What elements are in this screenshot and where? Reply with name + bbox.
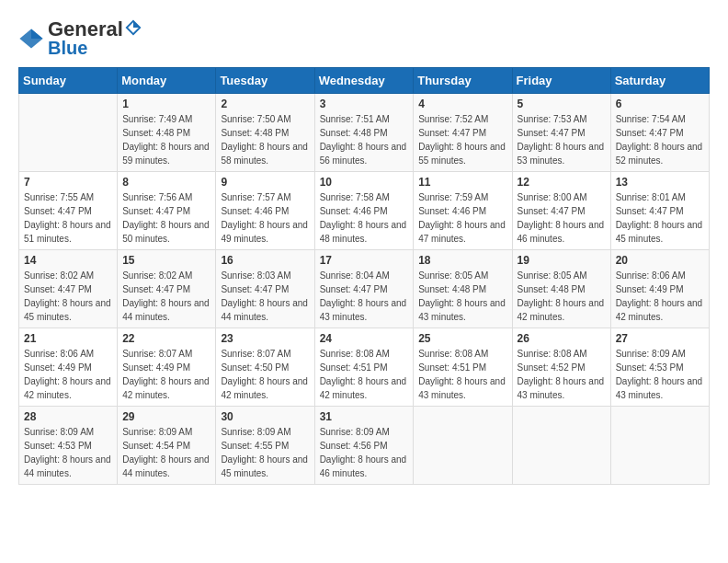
calendar-cell: [512, 407, 610, 485]
day-number: 1: [122, 98, 210, 110]
svg-marker-1: [31, 29, 43, 39]
day-number: 18: [418, 254, 506, 267]
day-info: Sunrise: 8:07 AMSunset: 4:50 PMDaylight:…: [221, 347, 309, 402]
calendar-cell: 20Sunrise: 8:06 AMSunset: 4:49 PMDayligh…: [610, 250, 709, 328]
calendar-cell: 3Sunrise: 7:51 AMSunset: 4:48 PMDaylight…: [314, 94, 414, 172]
calendar-table: SundayMondayTuesdayWednesdayThursdayFrid…: [18, 67, 710, 485]
day-info: Sunrise: 8:08 AMSunset: 4:51 PMDaylight:…: [320, 347, 409, 402]
day-number: 27: [616, 332, 704, 345]
day-info: Sunrise: 7:59 AMSunset: 4:46 PMDaylight:…: [418, 190, 506, 246]
day-info: Sunrise: 7:49 AMSunset: 4:48 PMDaylight:…: [122, 112, 210, 167]
calendar-cell: 23Sunrise: 8:07 AMSunset: 4:50 PMDayligh…: [216, 328, 314, 407]
day-info: Sunrise: 8:08 AMSunset: 4:51 PMDaylight:…: [418, 347, 506, 402]
day-info: Sunrise: 8:02 AMSunset: 4:47 PMDaylight:…: [122, 269, 210, 324]
day-number: 29: [122, 410, 210, 423]
day-number: 23: [221, 332, 309, 345]
day-number: 7: [24, 176, 112, 189]
calendar-cell: 15Sunrise: 8:02 AMSunset: 4:47 PMDayligh…: [118, 250, 216, 328]
calendar-cell: 16Sunrise: 8:03 AMSunset: 4:47 PMDayligh…: [216, 250, 314, 328]
day-number: 9: [221, 176, 309, 189]
day-number: 8: [122, 176, 210, 189]
calendar-cell: 8Sunrise: 7:56 AMSunset: 4:47 PMDaylight…: [118, 172, 216, 250]
day-number: 12: [518, 176, 606, 189]
weekday-header-row: SundayMondayTuesdayWednesdayThursdayFrid…: [19, 68, 710, 94]
weekday-header: Wednesday: [314, 68, 414, 94]
calendar-cell: 26Sunrise: 8:08 AMSunset: 4:52 PMDayligh…: [512, 328, 610, 407]
weekday-header: Friday: [512, 68, 610, 94]
calendar-cell: 19Sunrise: 8:05 AMSunset: 4:48 PMDayligh…: [512, 250, 610, 328]
calendar-week-row: 7Sunrise: 7:55 AMSunset: 4:47 PMDaylight…: [19, 172, 710, 250]
day-number: 10: [320, 176, 409, 189]
calendar-cell: 10Sunrise: 7:58 AMSunset: 4:46 PMDayligh…: [314, 172, 414, 250]
day-info: Sunrise: 8:04 AMSunset: 4:47 PMDaylight:…: [320, 269, 409, 324]
day-info: Sunrise: 8:03 AMSunset: 4:47 PMDaylight:…: [221, 269, 309, 324]
day-number: 28: [24, 410, 112, 423]
day-number: 31: [320, 410, 409, 423]
calendar-cell: 14Sunrise: 8:02 AMSunset: 4:47 PMDayligh…: [19, 250, 118, 328]
calendar-cell: 1Sunrise: 7:49 AMSunset: 4:48 PMDaylight…: [118, 94, 216, 172]
day-number: 30: [221, 410, 309, 423]
day-number: 5: [518, 98, 606, 110]
day-number: 16: [221, 254, 309, 267]
logo: General Blue: [18, 18, 142, 58]
day-number: 17: [320, 254, 409, 267]
calendar-cell: 27Sunrise: 8:09 AMSunset: 4:53 PMDayligh…: [610, 328, 709, 407]
day-number: 4: [418, 98, 506, 110]
calendar-cell: 17Sunrise: 8:04 AMSunset: 4:47 PMDayligh…: [314, 250, 414, 328]
calendar-cell: 21Sunrise: 8:06 AMSunset: 4:49 PMDayligh…: [19, 328, 118, 407]
calendar-cell: 31Sunrise: 8:09 AMSunset: 4:56 PMDayligh…: [314, 407, 414, 485]
calendar-week-row: 28Sunrise: 8:09 AMSunset: 4:53 PMDayligh…: [19, 407, 710, 485]
calendar-cell: [19, 94, 118, 172]
day-info: Sunrise: 8:01 AMSunset: 4:47 PMDaylight:…: [616, 190, 704, 246]
day-info: Sunrise: 7:52 AMSunset: 4:47 PMDaylight:…: [418, 112, 506, 167]
calendar-cell: 28Sunrise: 8:09 AMSunset: 4:53 PMDayligh…: [19, 407, 118, 485]
day-info: Sunrise: 7:53 AMSunset: 4:47 PMDaylight:…: [518, 112, 606, 167]
day-number: 21: [24, 332, 112, 345]
calendar-cell: 24Sunrise: 8:08 AMSunset: 4:51 PMDayligh…: [314, 328, 414, 407]
day-info: Sunrise: 7:51 AMSunset: 4:48 PMDaylight:…: [320, 112, 409, 167]
day-number: 25: [418, 332, 506, 345]
day-info: Sunrise: 8:09 AMSunset: 4:55 PMDaylight:…: [221, 425, 309, 480]
day-info: Sunrise: 7:56 AMSunset: 4:47 PMDaylight:…: [122, 190, 210, 246]
day-info: Sunrise: 7:50 AMSunset: 4:48 PMDaylight:…: [221, 112, 309, 167]
day-number: 11: [418, 176, 506, 189]
day-info: Sunrise: 8:08 AMSunset: 4:52 PMDaylight:…: [518, 347, 606, 402]
calendar-cell: [610, 407, 709, 485]
calendar-cell: 2Sunrise: 7:50 AMSunset: 4:48 PMDaylight…: [216, 94, 314, 172]
weekday-header: Thursday: [414, 68, 512, 94]
day-info: Sunrise: 8:05 AMSunset: 4:48 PMDaylight:…: [518, 269, 606, 324]
day-info: Sunrise: 8:06 AMSunset: 4:49 PMDaylight:…: [616, 269, 704, 324]
day-info: Sunrise: 7:57 AMSunset: 4:46 PMDaylight:…: [221, 190, 309, 246]
day-number: 2: [221, 98, 309, 110]
day-info: Sunrise: 8:06 AMSunset: 4:49 PMDaylight:…: [24, 347, 112, 402]
logo-text: General Blue: [48, 18, 142, 58]
day-info: Sunrise: 8:00 AMSunset: 4:47 PMDaylight:…: [518, 190, 606, 246]
calendar-cell: 5Sunrise: 7:53 AMSunset: 4:47 PMDaylight…: [512, 94, 610, 172]
calendar-cell: 11Sunrise: 7:59 AMSunset: 4:46 PMDayligh…: [414, 172, 512, 250]
day-info: Sunrise: 8:09 AMSunset: 4:56 PMDaylight:…: [320, 425, 409, 480]
calendar-cell: 29Sunrise: 8:09 AMSunset: 4:54 PMDayligh…: [118, 407, 216, 485]
day-number: 3: [320, 98, 409, 110]
weekday-header: Saturday: [610, 68, 709, 94]
calendar-cell: 6Sunrise: 7:54 AMSunset: 4:47 PMDaylight…: [610, 94, 709, 172]
day-number: 26: [518, 332, 606, 345]
day-number: 6: [616, 98, 704, 110]
calendar-cell: 13Sunrise: 8:01 AMSunset: 4:47 PMDayligh…: [610, 172, 709, 250]
page-header: General Blue: [18, 18, 710, 58]
weekday-header: Monday: [118, 68, 216, 94]
logo-icon: [18, 26, 44, 52]
day-number: 13: [616, 176, 704, 189]
weekday-header: Sunday: [19, 68, 118, 94]
calendar-cell: 22Sunrise: 8:07 AMSunset: 4:49 PMDayligh…: [118, 328, 216, 407]
day-info: Sunrise: 8:02 AMSunset: 4:47 PMDaylight:…: [24, 269, 112, 324]
calendar-cell: [414, 407, 512, 485]
day-number: 19: [518, 254, 606, 267]
day-info: Sunrise: 7:54 AMSunset: 4:47 PMDaylight:…: [616, 112, 704, 167]
day-number: 20: [616, 254, 704, 267]
day-number: 15: [122, 254, 210, 267]
day-info: Sunrise: 8:05 AMSunset: 4:48 PMDaylight:…: [418, 269, 506, 324]
day-info: Sunrise: 8:09 AMSunset: 4:53 PMDaylight:…: [616, 347, 704, 402]
day-info: Sunrise: 8:09 AMSunset: 4:53 PMDaylight:…: [24, 425, 112, 480]
calendar-week-row: 21Sunrise: 8:06 AMSunset: 4:49 PMDayligh…: [19, 328, 710, 407]
day-number: 14: [24, 254, 112, 267]
